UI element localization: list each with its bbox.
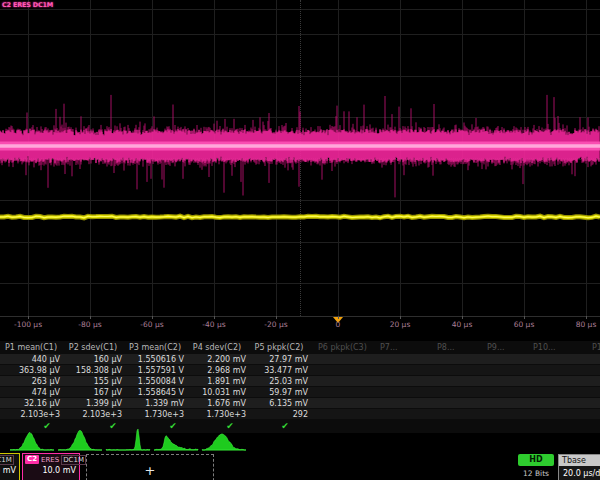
stat-cell-max-p1: 474 µV [2, 388, 60, 397]
c2-descriptor-box[interactable]: C2 ERES DC1M 10.0 mV [22, 453, 80, 480]
measurement-table: P1 mean(C1)P2 sdev(C1)P3 mean(C2)P4 sdev… [0, 341, 600, 433]
stat-cell-max-p2: 167 µV [64, 388, 122, 397]
stat-cell-value-p4: 2.200 mV [188, 355, 246, 364]
histicon-p3[interactable] [106, 429, 150, 450]
param-header-p8[interactable]: P8... [437, 343, 455, 352]
time-axis-tick [276, 316, 277, 319]
stat-cell-value-p3: 1.550616 V [126, 355, 184, 364]
time-axis-label: -60 µs [140, 320, 163, 329]
c2-trace-label: C2 ERES DC1M [2, 1, 53, 9]
c2-eres-label: ERES [41, 456, 59, 464]
param-header-p5[interactable]: P5 pkpk(C2) [248, 343, 310, 352]
histicon-p2[interactable] [58, 431, 102, 450]
hd-mode-badge[interactable]: HD [518, 454, 554, 466]
time-axis-label: -20 µs [264, 320, 287, 329]
time-axis-label: 0 [336, 320, 341, 329]
time-axis-tick [214, 316, 215, 319]
time-axis-tick [524, 316, 525, 319]
timebase-value: 20.0 µs/div [559, 466, 600, 478]
stat-cell-sdev-p2: 1.399 µV [64, 399, 122, 408]
time-axis-label: 60 µs [514, 320, 535, 329]
time-axis-tick [90, 316, 91, 319]
c2-scale-value: 10.0 mV [23, 465, 79, 475]
stat-cell-min-p5: 25.03 mV [250, 377, 308, 386]
stat-cell-num-p2: 2.103e+3 [64, 410, 122, 419]
param-header-p10[interactable]: P10... [533, 343, 556, 352]
stat-cell-value-p1: 440 µV [2, 355, 60, 364]
stat-cell-num-p1: 2.103e+3 [2, 410, 60, 419]
histicon-row [0, 428, 600, 453]
timebase-title: Tbase [559, 455, 600, 466]
param-header-p11[interactable]: P11... [592, 343, 600, 352]
stat-cell-value-p2: 160 µV [64, 355, 122, 364]
param-header-p6[interactable]: P6 pkpk(C3) [318, 343, 367, 352]
time-axis-label: -40 µs [202, 320, 225, 329]
stat-cell-max-p3: 1.558645 V [126, 388, 184, 397]
time-axis-tick [462, 316, 463, 319]
add-trace-button[interactable]: + [86, 454, 214, 480]
param-header-p7[interactable]: P7... [380, 343, 398, 352]
resolution-bits-label: 12 Bits [518, 469, 554, 478]
param-header-p2[interactable]: P2 sdev(C1) [62, 343, 124, 352]
stat-cell-sdev-p5: 6.135 mV [250, 399, 308, 408]
time-axis-tick [338, 316, 339, 319]
stat-cell-min-p3: 1.550084 V [126, 377, 184, 386]
param-header-p9[interactable]: P9... [487, 343, 505, 352]
time-axis-tick [152, 316, 153, 319]
stat-cell-num-p5: 292 [250, 410, 308, 419]
stat-cell-max-p5: 59.97 mV [250, 388, 308, 397]
stat-cell-mean-p2: 158.308 µV [64, 366, 122, 375]
time-axis: -100 µs-80 µs-60 µs-40 µs-20 µs020 µs40 … [0, 316, 600, 334]
stat-cell-mean-p4: 2.968 mV [188, 366, 246, 375]
c2-channel-chip: C2 [25, 455, 39, 464]
time-axis-tick [586, 316, 587, 319]
time-axis-label: 80 µs [576, 320, 597, 329]
param-header-p4[interactable]: P4 sdev(C2) [186, 343, 248, 352]
stat-cell-mean-p1: 363.98 µV [2, 366, 60, 375]
c1-descriptor-box[interactable]: C1 DC1M 50.0 mV [0, 453, 20, 480]
time-axis-label: -100 µs [14, 320, 42, 329]
plus-icon: + [145, 463, 156, 478]
histicon-p1[interactable] [10, 433, 54, 451]
waveform-traces [0, 0, 600, 316]
stat-cell-value-p5: 27.97 mV [250, 355, 308, 364]
stat-cell-min-p1: 263 µV [2, 377, 60, 386]
c1-coupling-label: DC1M [0, 455, 14, 465]
time-axis-label: 20 µs [390, 320, 411, 329]
time-axis-label: 40 µs [452, 320, 473, 329]
time-axis-tick [28, 316, 29, 319]
param-header-p1[interactable]: P1 mean(C1) [0, 343, 62, 352]
stat-cell-mean-p5: 33.477 mV [250, 366, 308, 375]
oscilloscope-screen: C2 ERES DC1M -100 µs-80 µs-60 µs-40 µs-2… [0, 0, 600, 480]
stat-cell-num-p4: 1.730e+3 [188, 410, 246, 419]
timebase-panel[interactable]: Tbase 20.0 µs/div [558, 454, 600, 480]
time-axis-tick [400, 316, 401, 319]
time-axis-label: -80 µs [78, 320, 101, 329]
stat-cell-num-p3: 1.730e+3 [126, 410, 184, 419]
stat-cell-sdev-p4: 1.676 mV [188, 399, 246, 408]
stat-cell-sdev-p1: 32.16 µV [2, 399, 60, 408]
histicon-p4[interactable] [154, 436, 198, 450]
stat-cell-max-p4: 10.031 mV [188, 388, 246, 397]
c2-coupling-label: DC1M [61, 455, 86, 465]
stat-cell-sdev-p3: 1.339 mV [126, 399, 184, 408]
stat-cell-min-p2: 155 µV [64, 377, 122, 386]
param-header-p3[interactable]: P3 mean(C2) [124, 343, 186, 352]
stat-cell-mean-p3: 1.557591 V [126, 366, 184, 375]
stat-cell-min-p4: 1.891 mV [188, 377, 246, 386]
waveform-display[interactable]: C2 ERES DC1M [0, 0, 600, 317]
c1-scale-value: 50.0 mV [0, 465, 19, 475]
histicon-p5[interactable] [202, 434, 246, 450]
